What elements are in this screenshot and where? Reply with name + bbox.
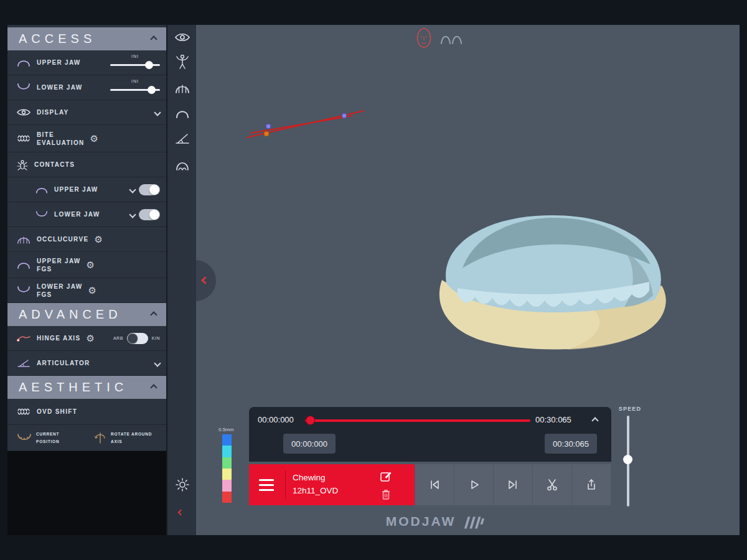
rotate-around-axis-button[interactable]: ROTATE AROUND AXIS (93, 431, 152, 444)
step-backward-button[interactable] (415, 464, 454, 505)
motion-trace (243, 106, 374, 143)
step-forward-button[interactable] (494, 464, 532, 505)
gear-icon[interactable]: ⚙ (86, 334, 94, 343)
visibility-eye-icon[interactable] (174, 29, 190, 45)
sidebar-item-upper-jaw-fgs[interactable]: UPPER JAW FGS ⚙ (7, 252, 166, 278)
item-label: HINGE AXIS (37, 335, 80, 342)
sidebar-item-contacts-lower-jaw[interactable]: LOWER JAW (7, 202, 166, 227)
section-title-aesthetic: AESTHETIC (19, 380, 128, 394)
toggle-knob (128, 334, 138, 343)
section-header-advanced[interactable]: ADVANCED (7, 303, 166, 326)
slider-tag: INI (131, 54, 139, 58)
chevron-down-icon[interactable] (154, 360, 161, 366)
hinge-axis-icon (16, 334, 31, 342)
brightness-icon[interactable] (174, 477, 190, 493)
gear-icon[interactable]: ⚙ (88, 286, 96, 295)
viewport-3d[interactable]: 00:00:000 00:30:065 00:00:000 00:30:065 … (196, 25, 740, 535)
slider-thumb[interactable] (148, 86, 156, 94)
section-header-access[interactable]: ACCESS (7, 27, 166, 50)
head-view-icon[interactable] (416, 27, 432, 49)
toggle-knob (149, 185, 159, 195)
sidebar-item-ovd-shift[interactable]: OVD SHIFT (7, 399, 166, 425)
speed-slider-thumb[interactable] (623, 455, 632, 464)
upper-arch-icon (16, 260, 31, 269)
sidebar-item-contacts[interactable]: CONTACTS (7, 152, 166, 177)
collapse-left-red-icon[interactable] (178, 510, 184, 516)
hinge-axis-toggle[interactable] (127, 333, 148, 344)
toggle-label-right: KIN (152, 336, 160, 340)
timeline-playhead[interactable] (306, 416, 315, 425)
clip-title-line1: Chewing (293, 472, 338, 485)
ovd-shift-icon (16, 406, 31, 417)
sidebar-empty-area (7, 451, 166, 535)
current-position-icon (16, 432, 32, 444)
clip-info-block: Chewing 12h11_OVD (249, 464, 415, 505)
end-marker-box[interactable]: 00:30:065 (545, 434, 597, 454)
chevron-down-icon[interactable] (129, 186, 136, 193)
collapse-icon (150, 35, 157, 42)
timeline-end-time: 00:30:065 (535, 415, 571, 424)
sidebar-item-hinge-axis[interactable]: HINGE AXIS ⚙ ARB KIN (7, 326, 166, 351)
contacts-upper-toggle[interactable] (139, 184, 160, 195)
edit-clip-icon[interactable] (380, 470, 392, 483)
slider-thumb[interactable] (145, 61, 153, 69)
timeline-track[interactable] (305, 419, 530, 422)
lower-jaw-slider[interactable]: INI (110, 80, 160, 95)
item-label-line1: BITE (37, 131, 85, 138)
gear-icon[interactable]: ⚙ (87, 260, 95, 269)
start-marker-value: 00:00:000 (291, 439, 327, 449)
articulator-icon (16, 358, 31, 368)
item-label: OCCLUCURVE (37, 236, 88, 243)
section-header-aesthetic[interactable]: AESTHETIC (7, 376, 166, 399)
gear-icon[interactable]: ⚙ (90, 134, 98, 143)
occlusal-curve-icon[interactable] (174, 80, 190, 96)
section-title-advanced: ADVANCED (19, 307, 122, 322)
scale-segment (222, 492, 232, 503)
current-position-button[interactable]: CURRENT POSITION (16, 431, 90, 444)
item-label-line1: UPPER JAW (37, 258, 81, 264)
sidebar-item-upper-jaw[interactable]: UPPER JAW INI (7, 50, 166, 75)
chevron-down-icon[interactable] (154, 109, 161, 116)
contacts-icon (16, 159, 29, 171)
jaw-3d-model[interactable] (426, 208, 675, 361)
chevron-down-icon[interactable] (129, 211, 136, 218)
body-posture-icon[interactable] (174, 54, 190, 70)
clip-menu-button[interactable] (259, 479, 274, 491)
slider-tag: INI (131, 79, 139, 83)
start-marker-box[interactable]: 00:00:000 (283, 434, 336, 454)
sidebar-item-lower-jaw[interactable]: LOWER JAW INI (7, 75, 166, 100)
timeline-panel: 00:00:000 00:30:065 00:00:000 00:30:065 (249, 407, 611, 462)
clip-title-line2: 12h11_OVD (293, 485, 338, 498)
play-button[interactable] (454, 464, 493, 505)
arch-icon[interactable] (174, 105, 190, 121)
condyle-arches-icon[interactable] (439, 30, 464, 47)
occlucurve-icon (16, 234, 31, 245)
sidebar-row-aesthetic-tools: CURRENT POSITION ROTATE AROUND AXIS (7, 425, 166, 451)
upper-jaw-slider[interactable]: INI (110, 55, 160, 70)
trace-point-blue (266, 124, 271, 129)
timeline-collapse-icon[interactable] (591, 417, 598, 424)
contacts-lower-toggle[interactable] (139, 209, 160, 220)
sidebar-item-bite-evaluation[interactable]: BITE EVALUATION ⚙ (7, 125, 166, 152)
transport-bar: Chewing 12h11_OVD (249, 464, 611, 505)
item-label: DISPLAY (37, 109, 69, 116)
cut-clip-button[interactable] (533, 464, 571, 505)
scale-segment (222, 434, 232, 446)
toggle-knob (149, 210, 159, 220)
gear-icon[interactable]: ⚙ (94, 235, 102, 244)
item-label-line2: AXIS (111, 439, 152, 444)
teeth-arch-icon[interactable] (174, 157, 190, 173)
sidebar-item-contacts-upper-jaw[interactable]: UPPER JAW (7, 177, 166, 202)
delete-clip-icon[interactable] (381, 489, 391, 500)
sidebar-item-occlucurve[interactable]: OCCLUCURVE ⚙ (7, 227, 166, 252)
sidebar-item-display[interactable]: DISPLAY (7, 100, 166, 125)
speed-label: SPEED (614, 406, 646, 412)
sidebar-item-articulator[interactable]: ARTICULATOR (7, 351, 166, 376)
lower-arch-icon (16, 83, 31, 92)
trace-point-blue (342, 113, 347, 118)
sidebar-item-lower-jaw-fgs[interactable]: LOWER JAW FGS ⚙ (7, 278, 166, 303)
divider (285, 470, 286, 499)
angle-icon[interactable] (174, 130, 190, 146)
item-label: LOWER JAW (37, 84, 82, 91)
export-share-button[interactable] (572, 464, 611, 505)
